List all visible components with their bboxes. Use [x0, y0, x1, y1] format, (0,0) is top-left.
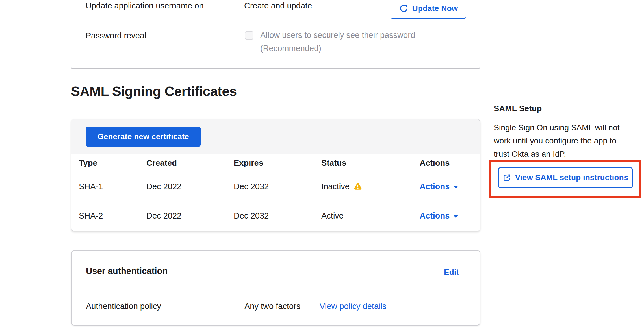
- cell-type: SHA-1: [72, 172, 139, 201]
- column-header-status: Status: [315, 154, 412, 172]
- update-username-label: Update application username on: [86, 1, 204, 10]
- certificates-table: Type Created Expires Status Actions SHA-…: [71, 154, 480, 231]
- cell-created: Dec 2022: [140, 201, 226, 231]
- authentication-policy-label: Authentication policy: [86, 302, 161, 311]
- cell-status: Active: [315, 201, 412, 231]
- saml-setup-description-line: trust Okta as an IdP.: [494, 147, 620, 161]
- password-reveal-recommended-label: (Recommended): [260, 44, 321, 53]
- update-username-value: Create and update: [244, 1, 312, 10]
- actions-dropdown[interactable]: Actions: [420, 211, 458, 221]
- external-link-icon: [503, 173, 511, 182]
- update-now-button[interactable]: Update Now: [391, 0, 466, 19]
- saml-setup-description-line: Single Sign On using SAML will not: [494, 121, 620, 134]
- user-authentication-card: User authentication Edit Authentication …: [71, 250, 480, 326]
- cell-actions: Actions: [413, 172, 479, 201]
- chevron-down-icon: [453, 186, 458, 189]
- cell-expires: Dec 2032: [227, 201, 314, 231]
- cell-type: SHA-2: [72, 201, 139, 231]
- password-reveal-checkbox-label: Allow users to securely see their passwo…: [260, 30, 415, 40]
- cell-created: Dec 2022: [140, 172, 226, 201]
- chevron-down-icon: [453, 215, 458, 218]
- edit-link[interactable]: Edit: [444, 268, 459, 277]
- cell-expires: Dec 2032: [227, 172, 314, 201]
- column-header-expires: Expires: [227, 154, 314, 172]
- sign-on-settings-card: Update application username on Create an…: [71, 0, 480, 69]
- actions-dropdown[interactable]: Actions: [420, 182, 458, 191]
- status-text: Inactive: [321, 182, 350, 191]
- certificates-panel: Generate new certificate Type Created Ex…: [71, 119, 480, 231]
- table-row: SHA-2 Dec 2022 Dec 2032 Active Actions: [72, 201, 479, 231]
- refresh-icon: [399, 4, 408, 13]
- saml-setup-description: Single Sign On using SAML will not work …: [494, 121, 620, 161]
- view-saml-instructions-button[interactable]: View SAML setup instructions: [498, 167, 633, 188]
- generate-certificate-button[interactable]: Generate new certificate: [86, 127, 201, 147]
- certificates-panel-header: Generate new certificate: [71, 119, 480, 154]
- table-row: SHA-1 Dec 2022 Dec 2032 Inactive: [72, 172, 479, 201]
- column-header-actions: Actions: [413, 154, 479, 172]
- password-reveal-label: Password reveal: [86, 31, 146, 40]
- saml-setup-description-line: work until you configure the app to: [494, 134, 620, 147]
- password-reveal-checkbox[interactable]: [245, 31, 253, 40]
- user-authentication-title: User authentication: [86, 266, 168, 276]
- status-text: Active: [321, 211, 344, 221]
- tutorial-highlight-box: View SAML setup instructions: [489, 160, 641, 198]
- column-header-created: Created: [140, 154, 226, 172]
- page-title: SAML Signing Certificates: [71, 84, 237, 99]
- update-now-label: Update Now: [412, 4, 458, 13]
- cell-status: Inactive: [315, 172, 412, 201]
- authentication-policy-value: Any two factors: [244, 302, 300, 311]
- cell-actions: Actions: [413, 201, 479, 231]
- view-policy-details-link[interactable]: View policy details: [320, 302, 386, 311]
- warning-icon: [354, 182, 362, 191]
- view-saml-instructions-label: View SAML setup instructions: [515, 173, 628, 182]
- saml-setup-title: SAML Setup: [494, 104, 542, 113]
- table-header-row: Type Created Expires Status Actions: [72, 154, 479, 172]
- column-header-type: Type: [72, 154, 139, 172]
